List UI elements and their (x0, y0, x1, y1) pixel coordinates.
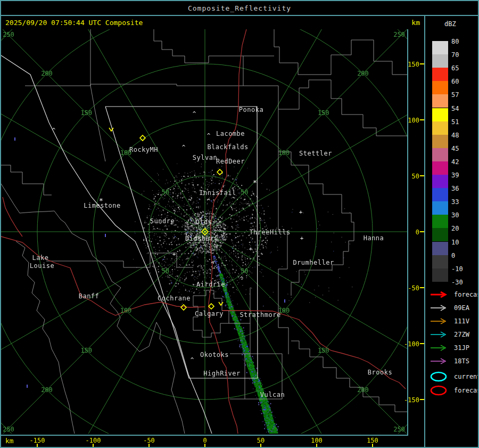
city-label-drumheller: Drumheller (293, 259, 334, 266)
station-diamond-marker (209, 304, 214, 309)
colorbar-label: 65 (451, 65, 459, 71)
radar-site-dot (204, 231, 206, 233)
ring-label: 50 (162, 189, 169, 196)
blue-tick-marker (27, 385, 28, 388)
colorbar-box (432, 108, 448, 121)
plus-marker: + (249, 246, 253, 252)
bottom-axis-label: -50 (137, 437, 161, 444)
city-label-limestone: Limestone (84, 202, 121, 209)
legend-label: 27ZW (454, 331, 469, 338)
azimuth-spoke (56, 29, 205, 232)
city-label-vulcan: Vulcan (260, 391, 285, 398)
right-axis-label: -50 (408, 284, 419, 292)
peak-caret-marker: ^ (207, 132, 211, 139)
blue-tick-marker (284, 299, 285, 303)
bottom-axis-tick (37, 444, 38, 447)
ring-label: 200 (41, 386, 53, 394)
map-overlay: 5050505010010010010015015015015020020020… (1, 29, 407, 434)
ring-label: 50 (241, 267, 248, 275)
right-axis-label: 150 (408, 61, 419, 68)
legend-label: 18TS (454, 357, 469, 365)
city-label-banff: Banff (79, 292, 100, 300)
peak-caret-marker: ^ (211, 260, 214, 267)
county-boundary (16, 241, 75, 434)
county-boundary (90, 86, 105, 161)
header-strip: 2025/09/20 07:50:44 UTC Composite km (1, 16, 424, 29)
blue-tick-marker (14, 137, 15, 141)
colorbar-box (432, 255, 448, 268)
city-label-lake: Lake (32, 254, 49, 262)
ring-label: 100 (120, 307, 132, 314)
legend-row-current: current (430, 372, 479, 381)
station-diamond-marker (217, 169, 222, 175)
bottom-axis-unit: km (5, 437, 14, 445)
colorbar-box (432, 121, 448, 135)
peak-caret-marker: ^ (193, 110, 196, 117)
colorbar-box (432, 175, 448, 188)
bottom-axis-label: -100 (81, 437, 105, 444)
bottom-axis-tick (372, 444, 373, 447)
legend-row-forecast: forecast (430, 386, 479, 395)
county-boundary (274, 29, 407, 75)
colorbar-box (432, 215, 448, 228)
ring-label: 50 (162, 267, 169, 275)
radar-window: Composite_Reflectivity 2025/09/20 07:50:… (0, 0, 479, 448)
legend-panel: dBZ 807065605754514845423936333020100-10… (424, 16, 479, 447)
colorbar-label: 80 (451, 38, 459, 45)
legend-row-111V: 111V (430, 316, 469, 326)
azimuth-spoke (205, 232, 407, 381)
city-label-reddeer: RedDeer (216, 158, 245, 165)
bottom-axis-label: -150 (26, 437, 49, 444)
county-boundary (154, 29, 274, 63)
ring-label: 200 (41, 70, 53, 77)
colorbar-label: -10 (451, 266, 463, 272)
colorbar-label: 57 (451, 92, 459, 98)
ring-label: 200 (357, 386, 369, 394)
colorbar-label: 54 (451, 105, 459, 112)
bottom-axis-label: 150 (361, 437, 384, 444)
peak-caret-marker: ^ (52, 127, 56, 134)
azimuth-spoke (1, 83, 205, 232)
city-label-brooks: Brooks (368, 369, 392, 376)
vee-marker (219, 302, 223, 305)
city-label-blackfalds: Blackfalds (207, 143, 248, 151)
colorbar-label: 42 (451, 159, 459, 165)
blue-tick-marker (105, 234, 106, 237)
bottom-axis-tick (316, 444, 317, 447)
bottom-axis-tick (93, 444, 94, 447)
plus-marker: + (300, 235, 304, 242)
colorbar-box (432, 201, 448, 215)
legend-row-18TS: 18TS (430, 356, 469, 366)
city-label-threehills: ThreeHills (249, 229, 290, 236)
timestamp: 2025/09/20 07:50:44 UTC Composite (5, 19, 143, 27)
station-diamond-marker (181, 305, 186, 310)
colorbar-box (432, 54, 448, 68)
city-label-okotoks: Okotoks (200, 351, 229, 359)
city-label-louise: Louise (30, 262, 54, 270)
city-label-sundre: Sundre (150, 217, 175, 225)
peak-caret-marker: ^ (240, 275, 244, 282)
colorbar-label: 70 (451, 52, 459, 58)
county-boundary (291, 213, 354, 296)
county-boundary (278, 80, 407, 136)
bottom-axis-label: 100 (305, 437, 328, 444)
ring-label: 200 (357, 70, 369, 77)
window-title: Composite_Reflectivity (188, 4, 291, 12)
ring-label: 250 (393, 426, 405, 433)
right-axis-tick (420, 175, 424, 176)
ring-label: 150 (318, 347, 329, 354)
colorbar-box (432, 188, 448, 201)
legend-label: current (454, 373, 479, 380)
peak-caret-marker: ^ (191, 356, 194, 363)
city-label-lacombe: Lacombe (216, 130, 245, 137)
colorbar-label: 0 (451, 252, 455, 259)
ring-label: 150 (318, 109, 329, 117)
peak-caret-marker: ^ (203, 243, 207, 250)
county-boundary (278, 184, 288, 354)
bottom-axis: km -150-100-50050100150 (1, 436, 424, 447)
colorbar-label: 36 (451, 185, 459, 192)
right-axis: 150100500-50-100-150 (408, 29, 424, 435)
ring-label: 100 (278, 149, 290, 157)
asterisk-marker: * (253, 178, 257, 186)
ring-label: 250 (3, 426, 14, 433)
